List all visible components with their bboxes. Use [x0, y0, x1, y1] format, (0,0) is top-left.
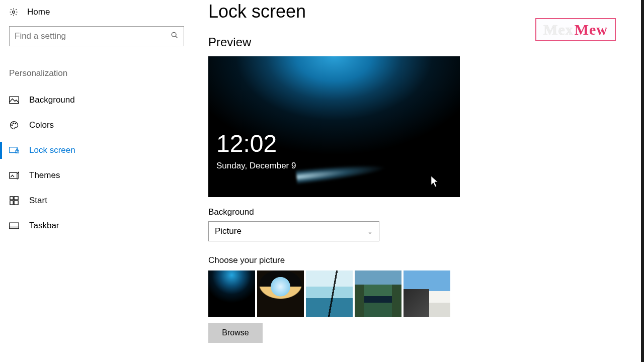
chevron-down-icon: ⌄: [367, 228, 373, 235]
dropdown-value: Picture: [215, 226, 242, 236]
picture-thumb-1[interactable]: [208, 270, 255, 317]
picture-thumb-2[interactable]: [257, 270, 304, 317]
svg-rect-14: [10, 223, 19, 229]
picture-thumbnails: [208, 270, 644, 317]
sidebar-item-label: Themes: [29, 170, 60, 180]
sidebar-item-label: Colors: [29, 120, 54, 130]
svg-point-1: [172, 32, 176, 37]
watermark-part1: Mex: [543, 21, 574, 38]
svg-rect-7: [10, 147, 17, 153]
choose-picture-label: Choose your picture: [208, 255, 644, 265]
picture-thumb-5[interactable]: [404, 270, 450, 317]
search-input[interactable]: [9, 26, 184, 46]
sidebar-item-themes[interactable]: Themes: [9, 163, 196, 188]
svg-point-5: [13, 123, 14, 124]
svg-point-6: [15, 123, 16, 124]
preview-date: Sunday, December 9: [216, 161, 296, 171]
svg-rect-13: [14, 201, 18, 205]
sidebar-item-taskbar[interactable]: Taskbar: [9, 213, 196, 238]
picture-icon: [9, 96, 19, 104]
sidebar-item-label: Lock screen: [29, 145, 75, 155]
sidebar-item-label: Start: [29, 196, 47, 206]
svg-rect-12: [10, 201, 13, 205]
background-label: Background: [208, 207, 644, 217]
sidebar-item-start[interactable]: Start: [9, 188, 196, 213]
svg-rect-11: [14, 197, 18, 200]
svg-line-2: [176, 36, 177, 38]
home-label: Home: [27, 7, 50, 17]
cursor-icon: [430, 175, 439, 191]
watermark-badge: Mex Mew: [535, 18, 616, 41]
svg-rect-10: [10, 197, 13, 200]
sidebar-item-lock-screen[interactable]: Lock screen: [9, 138, 196, 163]
picture-thumb-3[interactable]: [306, 270, 353, 317]
svg-rect-9: [10, 172, 17, 178]
search-icon: [171, 31, 179, 41]
window-edge: [641, 0, 644, 362]
search-field[interactable]: [15, 31, 171, 41]
start-icon: [9, 196, 19, 205]
watermark-part2: Mew: [575, 21, 608, 38]
svg-point-0: [13, 11, 15, 14]
preview-time: 12:02: [216, 130, 277, 157]
taskbar-icon: [9, 222, 19, 229]
picture-thumb-4[interactable]: [355, 270, 401, 317]
lock-screen-preview: 12:02 Sunday, December 9: [208, 56, 460, 197]
sidebar-item-colors[interactable]: Colors: [9, 113, 196, 138]
sidebar-item-label: Taskbar: [29, 221, 59, 231]
lock-screen-icon: [9, 146, 19, 154]
category-label: Personalization: [9, 68, 196, 78]
svg-point-4: [12, 125, 13, 126]
browse-button[interactable]: Browse: [208, 323, 263, 343]
sidebar-item-label: Background: [29, 95, 75, 105]
themes-icon: [9, 171, 19, 180]
gear-icon: [9, 8, 18, 17]
palette-icon: [9, 120, 19, 130]
sidebar-item-background[interactable]: Background: [9, 87, 196, 113]
home-nav[interactable]: Home: [9, 5, 196, 23]
background-dropdown[interactable]: Picture ⌄: [208, 221, 379, 241]
